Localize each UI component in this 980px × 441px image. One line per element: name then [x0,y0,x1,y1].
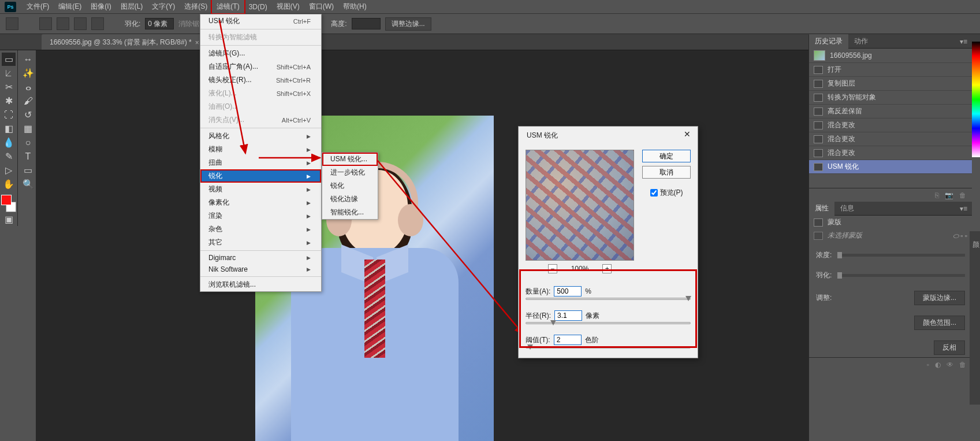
tab-properties[interactable]: 属性 [809,201,834,216]
refine-edge-button[interactable]: 调整边缘... [385,17,431,31]
menu-select[interactable]: 选择(S) [180,0,212,13]
cancel-button[interactable]: 取消 [642,166,691,179]
filter-gallery[interactable]: 滤镜库(G)... [200,47,321,60]
dodge-tool[interactable]: ○ [21,136,35,149]
document-tab[interactable]: 16609556.jpg @ 33.3% (背景 副本, RGB/8#) * × [42,34,207,50]
menu-file[interactable]: 文件(F) [22,0,54,13]
tab-info[interactable]: 信息 [834,201,860,216]
filter-render[interactable]: 渲染▶ [200,209,321,223]
trash-icon[interactable]: 🗑 [959,361,966,369]
threshold-slider[interactable] [526,346,691,354]
sharpen-usm[interactable]: USM 锐化... [322,153,378,166]
history-step-active[interactable]: USM 锐化 [809,160,972,174]
mask-edge-button[interactable]: 蒙版边缘... [914,291,965,305]
selection-sub-icon[interactable] [74,17,87,30]
link-icon[interactable]: ⬭ ▫ ▫ [953,232,967,240]
selection-new-icon[interactable] [39,17,52,30]
brush-tool[interactable]: 🖌 [21,94,35,108]
color-ramp[interactable] [972,42,980,157]
sharpen-more[interactable]: 进一步锐化 [322,166,378,179]
zoom-in-button[interactable]: + [602,264,612,273]
marquee-tool[interactable]: ▭ [2,53,16,66]
eraser-tool[interactable]: ◧ [2,122,16,135]
foreground-color[interactable] [1,195,12,205]
preview-checkbox[interactable]: 预览(P) [650,188,683,198]
menu-3d[interactable]: 3D(D) [244,1,272,13]
type-tool[interactable]: T [21,150,35,163]
marquee-tool-icon[interactable] [6,17,18,30]
menu-filter[interactable]: 滤镜(T) [212,0,244,13]
shape-tool[interactable]: ▭ [21,164,35,177]
filter-adaptive[interactable]: 自适应广角(A)...Shift+Ctrl+A [200,60,321,73]
selection-add-icon[interactable] [57,17,69,30]
filter-browse[interactable]: 浏览联机滤镜... [200,278,321,291]
feather-slider[interactable] [837,274,965,277]
menu-layer[interactable]: 图层(L) [116,0,148,13]
menu-view[interactable]: 视图(V) [272,0,304,13]
footer-icon[interactable]: ▫ [927,361,929,369]
close-icon[interactable]: ✕ [681,129,693,141]
healing-tool[interactable]: ✱ [2,94,16,108]
wand-tool[interactable]: ✨ [21,66,35,80]
filter-noise[interactable]: 杂色▶ [200,223,321,236]
amount-input[interactable] [554,286,582,297]
history-step[interactable]: 混合更改 [809,132,972,146]
trash-icon[interactable]: 🗑 [959,191,966,199]
sharpen-smart[interactable]: 智能锐化... [322,206,378,219]
footer-icon[interactable]: 👁 [947,361,953,369]
filter-blur[interactable]: 模糊▶ [200,143,321,156]
hand-tool[interactable]: ✋ [2,177,16,191]
filter-video[interactable]: 视频▶ [200,183,321,196]
pen-tool[interactable]: ✎ [2,150,16,163]
zoom-out-button[interactable]: − [548,264,557,273]
filter-other[interactable]: 其它▶ [200,236,321,249]
selection-int-icon[interactable] [91,17,104,30]
history-step[interactable]: 混合更改 [809,146,972,160]
zoom-tool[interactable]: 🔍 [21,177,35,191]
path-tool[interactable]: ▷ [2,164,16,177]
filter-last[interactable]: USM 锐化Ctrl+F [200,14,321,28]
filter-distort[interactable]: 扭曲▶ [200,156,321,169]
filter-nik[interactable]: Nik Software▶ [200,264,321,275]
close-icon[interactable]: × [195,39,199,47]
history-step[interactable]: 高反差保留 [809,105,972,118]
filter-pixelate[interactable]: 像素化▶ [200,196,321,209]
camera-icon[interactable]: 📷 [945,191,953,199]
gradient-tool[interactable]: ▦ [21,122,35,135]
panel-menu-icon[interactable]: ▾≡ [960,205,972,213]
sharpen-basic[interactable]: 锐化 [322,179,378,192]
filter-lens[interactable]: 镜头校正(R)...Shift+Ctrl+R [200,73,321,87]
crop-tool[interactable]: ✂ [2,80,16,94]
ok-button[interactable]: 确定 [642,150,691,162]
amount-slider[interactable] [526,298,691,306]
filter-stylize[interactable]: 风格化▶ [200,129,321,143]
color-range-button[interactable]: 颜色范围... [914,316,965,330]
history-step[interactable]: 打开 [809,63,972,77]
height-input[interactable] [352,18,381,29]
collapsed-panel-strip[interactable]: 颜 [970,231,980,405]
menu-window[interactable]: 窗口(W) [304,0,338,13]
threshold-input[interactable] [554,335,582,345]
history-source[interactable]: 16609556.jpg [809,49,972,63]
new-snapshot-icon[interactable]: ⎘ [935,191,939,199]
tab-history[interactable]: 历史记录 [809,34,848,49]
tab-actions[interactable]: 动作 [848,34,874,49]
panel-menu-icon[interactable]: ▾≡ [960,38,972,46]
usm-preview[interactable] [526,150,634,261]
menu-help[interactable]: 帮助(H) [338,0,371,13]
sharpen-edges[interactable]: 锐化边缘 [322,192,378,206]
move-tool[interactable]: ↔ [21,53,35,66]
feather-input[interactable] [145,18,174,29]
history-step[interactable]: 混合更改 [809,118,972,132]
blur-tool[interactable]: 💧 [2,136,16,149]
invert-button[interactable]: 反相 [934,340,965,355]
menu-type[interactable]: 文字(Y) [147,0,180,13]
footer-icon[interactable]: ◐ [935,361,941,369]
radius-input[interactable] [554,310,582,321]
lasso-tool[interactable]: ⟀ [2,66,16,80]
menu-edit[interactable]: 编辑(E) [54,0,86,13]
filter-digimarc[interactable]: Digimarc▶ [200,252,321,264]
history-step[interactable]: 转换为智能对象 [809,91,972,105]
color-swatches[interactable] [1,195,16,212]
history-step[interactable]: 复制图层 [809,77,972,91]
